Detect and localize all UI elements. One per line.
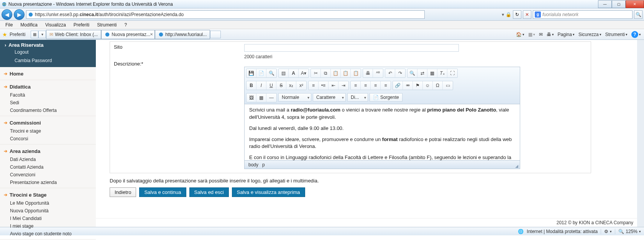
sidebar-tirocini-title[interactable]: ➔Tirocini e Stage <box>4 190 92 199</box>
print-icon[interactable]: 🖶 <box>363 69 373 77</box>
bold-letter-icon[interactable]: A <box>289 69 299 77</box>
special-char-button[interactable]: Ω <box>433 81 443 90</box>
menu-view[interactable]: Visualizza <box>42 21 69 28</box>
save-icon[interactable]: 💾 <box>246 69 256 77</box>
iframe-button[interactable]: ▭ <box>443 81 453 90</box>
sidebar-item-concorsi[interactable]: Concorsi <box>4 135 92 143</box>
indent-button[interactable]: ⇥ <box>338 81 348 90</box>
menu-edit[interactable]: Modifica <box>17 21 41 28</box>
path-body[interactable]: body <box>248 162 258 167</box>
sidebar-item-contatti-azienda[interactable]: Contatti Azienda <box>4 163 92 171</box>
home-button[interactable]: 🏠▾ <box>515 32 525 37</box>
favorites-star-icon[interactable]: ★ <box>2 31 7 38</box>
sidebar-home-title[interactable]: ➔Home <box>4 69 92 78</box>
editor-content[interactable]: Scrivici una mail a radio@fuoriaula.com … <box>245 104 520 160</box>
source-button[interactable]: 📄Sorgente <box>370 93 402 102</box>
letter-dropdown-icon[interactable]: A▾ <box>299 69 309 77</box>
save-continue-button[interactable]: Salva e continua <box>139 187 186 197</box>
dropdown-icon[interactable]: ▾ <box>502 12 504 17</box>
sidebar-item-presentazione[interactable]: Presentazione azienda <box>4 179 92 186</box>
superscript-button[interactable]: x² <box>296 81 306 90</box>
favorites-label[interactable]: Preferiti <box>10 32 25 37</box>
smiley-button[interactable]: ☺ <box>423 81 433 90</box>
sidebar-item-coordinamento[interactable]: Coordinamento Offerta <box>4 107 92 114</box>
zoom-icon[interactable]: 🔍 <box>618 229 624 234</box>
new-page-icon[interactable]: 📄 <box>256 69 266 77</box>
sidebar-commissioni-title[interactable]: ➔Commissioni <box>4 118 92 127</box>
sidebar-item-dati-azienda[interactable]: Dati Azienda <box>4 156 92 163</box>
mail-button[interactable]: ✉ <box>538 32 544 37</box>
stop-button[interactable]: ✕ <box>523 10 531 19</box>
find-icon[interactable]: 🔍 <box>407 69 417 77</box>
save-exit-button[interactable]: Salva ed esci <box>189 187 229 197</box>
print-button[interactable]: 🖶▾ <box>546 32 555 37</box>
help-button[interactable]: ?▾ <box>631 31 642 38</box>
remove-format-icon[interactable]: Tₓ <box>437 69 447 77</box>
paste-word-icon[interactable]: 📋 <box>351 69 361 77</box>
strike-button[interactable]: S <box>276 81 286 90</box>
italic-button[interactable]: I <box>256 81 266 90</box>
security-menu[interactable]: Sicurezza ▾ <box>578 32 602 37</box>
window-minimize-button[interactable]: — <box>598 0 612 8</box>
search-input[interactable] <box>542 12 631 17</box>
align-justify-button[interactable]: ≡ <box>381 81 391 90</box>
align-right-button[interactable]: ≡ <box>371 81 381 90</box>
cut-icon[interactable]: ✂ <box>311 69 321 77</box>
format-select[interactable]: Normale <box>278 93 311 102</box>
sidebar-item-avvio-stage[interactable]: Avvio stage con studente noto <box>4 230 92 238</box>
zoom-dropdown-icon[interactable]: ▾ <box>639 230 641 233</box>
back-button[interactable]: Indietro <box>110 187 136 197</box>
sidebar-change-password[interactable]: Cambia Password <box>5 56 91 65</box>
paste-icon[interactable]: 📋 <box>331 69 341 77</box>
unlink-button[interactable]: ⚮ <box>403 81 413 90</box>
table-button[interactable]: ▦ <box>256 94 266 102</box>
nav-forward-button[interactable]: ▶ <box>14 9 25 20</box>
copy-icon[interactable]: ⧉ <box>321 69 331 77</box>
window-close-button[interactable]: ✕ <box>626 0 644 8</box>
sidebar-item-miei-stage[interactable]: I miei stage <box>4 222 92 230</box>
sidebar-item-tirocini[interactable]: Tirocini e stage <box>4 127 92 135</box>
path-p[interactable]: p <box>262 162 265 167</box>
feeds-button[interactable]: ▦▾ <box>527 32 536 37</box>
paste-text-icon[interactable]: 📋 <box>341 69 351 77</box>
anchor-button[interactable]: ⚑ <box>413 81 423 90</box>
sidebar-item-mie-opportunita[interactable]: Le Mie Opportunità <box>4 199 92 207</box>
tab-close-icon[interactable]: ✕ <box>150 32 153 36</box>
subscript-button[interactable]: x₂ <box>286 81 296 90</box>
sidebar-logout[interactable]: Logout <box>5 48 91 56</box>
align-left-button[interactable]: ≡ <box>351 81 361 90</box>
tab-nuova-presentazione[interactable]: Nuova presentaz... ✕ <box>101 30 155 39</box>
undo-icon[interactable]: ↶ <box>385 69 395 77</box>
protected-mode-icon[interactable]: ⚙ <box>604 229 608 234</box>
page-menu[interactable]: Pagina ▾ <box>557 32 575 37</box>
menu-favorites[interactable]: Preferiti <box>71 21 92 28</box>
menu-tools[interactable]: Strumenti <box>94 21 120 28</box>
tools-menu[interactable]: Strumenti ▾ <box>605 32 628 37</box>
preview-icon[interactable]: 🔍 <box>266 69 276 77</box>
sidebar-area-azienda-title[interactable]: ➔Area azienda <box>4 147 92 156</box>
bold-button[interactable]: B <box>246 81 256 90</box>
font-select[interactable]: Carattere <box>313 93 346 102</box>
tab-webclient[interactable]: ✉ Web Client: Inbox (... <box>46 30 101 39</box>
quick-tabs-button[interactable]: ▦ <box>31 31 38 38</box>
image-button[interactable]: 🖼 <box>246 94 256 102</box>
maximize-icon[interactable]: ⛶ <box>447 69 457 77</box>
sidebar-item-convenzioni[interactable]: Convenzioni <box>4 171 92 179</box>
hr-button[interactable]: ― <box>266 94 276 102</box>
search-go-button[interactable]: 🔍 <box>634 10 642 19</box>
window-maximize-button[interactable]: ▢ <box>612 0 626 8</box>
refresh-button[interactable]: ↻ <box>513 10 521 19</box>
search-box[interactable]: g <box>533 10 632 19</box>
numbered-list-button[interactable]: ≡ <box>309 81 319 90</box>
menu-file[interactable]: File <box>2 21 16 28</box>
new-tab-button[interactable] <box>210 31 221 38</box>
templates-icon[interactable]: ▤ <box>279 69 289 77</box>
tab-fuoriaula[interactable]: http://www.fuoriaul... <box>155 30 210 39</box>
underline-button[interactable]: U <box>266 81 276 90</box>
tab-list-button[interactable]: ▾ <box>38 31 46 38</box>
url-field[interactable]: https://univr.esse3.pp.cineca.it/auth/ti… <box>26 10 425 19</box>
sidebar-item-nuova-opportunita[interactable]: Nuova Opportunità <box>4 207 92 215</box>
nav-back-button[interactable]: ◀ <box>2 9 12 20</box>
selectall-icon[interactable]: ▦ <box>427 69 437 77</box>
menu-help[interactable]: ? <box>122 21 130 28</box>
